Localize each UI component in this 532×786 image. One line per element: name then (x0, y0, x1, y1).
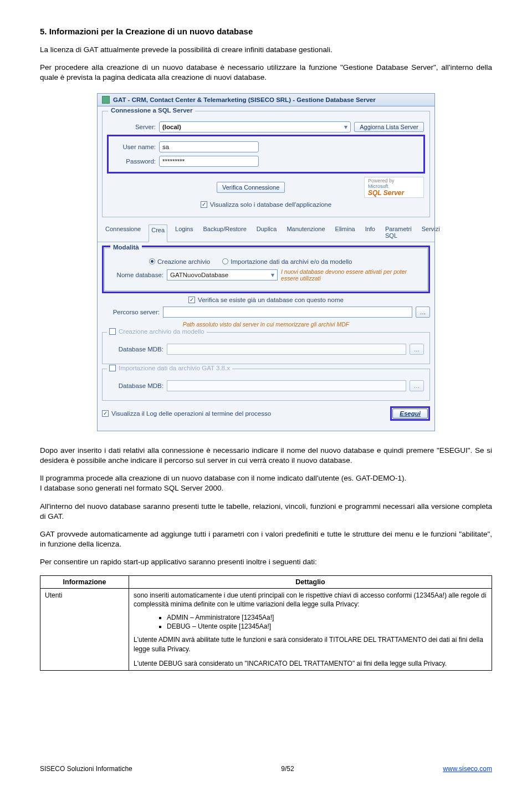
window-title: GAT - CRM, Contact Center & Telemarketin… (113, 96, 376, 103)
tab-crea[interactable]: Crea (149, 224, 167, 242)
verify-exists-label: Verifica se esiste già un database con q… (198, 297, 344, 303)
cell-informazione: Utenti (40, 588, 129, 670)
server-path-label: Percorso server: (102, 309, 160, 315)
detail-admin: ADMIN – Amministratore [12345Aa!] (167, 613, 487, 622)
password-input[interactable]: ********* (159, 156, 259, 167)
tab-duplica[interactable]: Duplica (254, 224, 279, 242)
body-paragraph-5: All'interno del nuovo database saranno p… (40, 502, 492, 522)
mdb2-label: Database MDB: (108, 382, 163, 389)
show-only-app-db-label: Visualizza solo i database dell'applicaz… (210, 201, 331, 208)
body-paragraph-3: Dopo aver inserito i dati relativi alla … (40, 446, 492, 466)
execute-button[interactable]: Esegui (392, 409, 428, 418)
import-groupbox: Importazione dati da archivio GAT 3.8.x … (102, 369, 430, 401)
show-log-label: Visualizza il Log delle operazioni al te… (111, 410, 271, 417)
body-paragraph-6: GAT provvede automaticamente ad aggiunge… (40, 529, 492, 549)
tab-parametri[interactable]: Parametri SQL (383, 224, 414, 242)
create-from-model-label: Creazione archivio da modello (119, 328, 204, 335)
microsoft-label: Microsoft (368, 183, 388, 189)
tab-logins[interactable]: Logins (173, 224, 195, 242)
modalita-legend: Modalità (110, 244, 142, 251)
sqlserver-badge: Powered by Microsoft SQL Server (364, 177, 424, 198)
body-paragraph-4b: I database sono generati nel formato SQL… (40, 483, 492, 493)
browse-path-button[interactable]: … (416, 307, 430, 318)
checkmark-icon: ✓ (188, 297, 195, 303)
tab-backup[interactable]: Backup/Restore (201, 224, 248, 242)
mdb2-input (167, 380, 406, 391)
mdb1-input (167, 344, 406, 355)
th-dettaglio: Dettaglio (129, 575, 492, 588)
checkbox-empty-icon (109, 365, 116, 371)
tabs-bar: Connessione Crea Logins Backup/Restore D… (98, 222, 434, 242)
password-label: Password: (110, 158, 156, 165)
tab-connessione[interactable]: Connessione (103, 224, 143, 242)
activation-hint: I nuovi database devono essere attivati … (281, 268, 422, 282)
server-path-input[interactable] (163, 307, 412, 318)
radio-unchecked-icon (222, 258, 228, 264)
mdb1-label: Database MDB: (108, 346, 163, 353)
tab-elimina[interactable]: Elimina (333, 224, 357, 242)
dbname-combobox[interactable]: GATNuovoDatabase ▾ (167, 269, 278, 280)
dbname-value: GATNuovoDatabase (170, 272, 228, 278)
th-informazione: Informazione (40, 575, 129, 588)
detail-intro: sono inseriti automaticamente i due uten… (134, 591, 487, 609)
titlebar: GAT - CRM, Contact Center & Telemarketin… (98, 94, 434, 106)
radio-creazione-archivio[interactable]: Creazione archivio (149, 258, 210, 265)
sqlserver-label: SQL Server (368, 189, 404, 197)
import-gat38-label: Importazione dati da archivio GAT 3.8.x (119, 365, 230, 371)
body-paragraph-4: Il programma procede alla creazione di u… (40, 473, 492, 483)
footer-link[interactable]: www.siseco.com (443, 765, 492, 773)
refresh-server-list-button[interactable]: Aggiorna Lista Server (354, 122, 424, 132)
server-combobox[interactable]: (local) ▾ (159, 121, 351, 132)
tab-info[interactable]: Info (363, 224, 377, 242)
server-label: Server: (108, 124, 156, 130)
app-icon (102, 96, 110, 104)
browse-mdb2-button: … (410, 380, 424, 391)
tab-manutenzione[interactable]: Manutenzione (284, 224, 327, 242)
username-input[interactable]: sa (159, 141, 259, 152)
section-heading: 5. Informazioni per la Creazione di un n… (40, 27, 492, 36)
table-row: Utenti sono inseriti automaticamente i d… (40, 588, 492, 670)
intro-paragraph-2: Per procedere alla creazione di un nuovo… (40, 63, 492, 83)
detail-p3: L'utente DEBUG sarà considerato un "INCA… (134, 659, 487, 668)
chevron-down-icon[interactable]: ▾ (271, 271, 274, 279)
show-log-checkbox[interactable]: ✓ Visualizza il Log delle operazioni al … (102, 410, 271, 417)
chevron-down-icon[interactable]: ▾ (344, 123, 347, 131)
app-window: GAT - CRM, Contact Center & Telemarketin… (97, 93, 435, 431)
server-value: (local) (162, 124, 181, 130)
info-table: Informazione Dettaglio Utenti sono inser… (40, 575, 492, 671)
verify-connection-button[interactable]: Verifica Connessione (217, 182, 285, 193)
radio-checked-icon (149, 258, 155, 264)
checkbox-empty-icon (109, 328, 116, 335)
path-hint: Path assoluto visto dal server in cui me… (183, 321, 350, 328)
radio-importazione-dati[interactable]: Importazione dati da archivi e/o da mode… (222, 258, 352, 265)
powered-by-label: Powered by (368, 178, 395, 183)
body-paragraph-7: Per consentire un rapido start-up applic… (40, 557, 492, 567)
modalita-groupbox: Modalità Creazione archivio Importazione… (104, 248, 428, 291)
detail-p2: L'utente ADMIN avrà abilitate tutte le f… (134, 635, 487, 653)
detail-debug: DEBUG – Utente ospite [12345Aa!] (167, 622, 487, 631)
intro-paragraph-1: La licenza di GAT attualmente prevede la… (40, 45, 492, 55)
import-gat38-checkbox[interactable]: Importazione dati da archivio GAT 3.8.x (107, 365, 232, 371)
verify-exists-checkbox[interactable]: ✓ Verifica se esiste già un database con… (188, 297, 344, 303)
page-footer: SISECO Soluzioni Informatiche 9/52 www.s… (40, 765, 492, 773)
tab-servizi[interactable]: Servizi (420, 224, 442, 242)
browse-mdb1-button: … (410, 344, 424, 355)
footer-center: 9/52 (281, 765, 294, 773)
show-only-app-db-checkbox[interactable]: ✓ Visualizza solo i database dell'applic… (201, 201, 331, 208)
cell-dettaglio: sono inseriti automaticamente i due uten… (129, 588, 492, 670)
username-label: User name: (110, 144, 156, 150)
dbname-label: Nome database: (110, 272, 163, 278)
connection-groupbox: Connessione a SQL Server Server: (local)… (102, 111, 430, 217)
footer-left: SISECO Soluzioni Informatiche (40, 765, 132, 773)
checkmark-icon: ✓ (201, 201, 207, 208)
checkmark-icon: ✓ (102, 410, 109, 417)
create-from-model-checkbox[interactable]: Creazione archivio da modello (107, 328, 207, 335)
model-groupbox: Creazione archivio da modello Database M… (102, 332, 430, 364)
connection-legend: Connessione a SQL Server (108, 107, 195, 114)
radio-creazione-label: Creazione archivio (157, 258, 210, 265)
radio-importazione-label: Importazione dati da archivi e/o da mode… (231, 258, 352, 265)
